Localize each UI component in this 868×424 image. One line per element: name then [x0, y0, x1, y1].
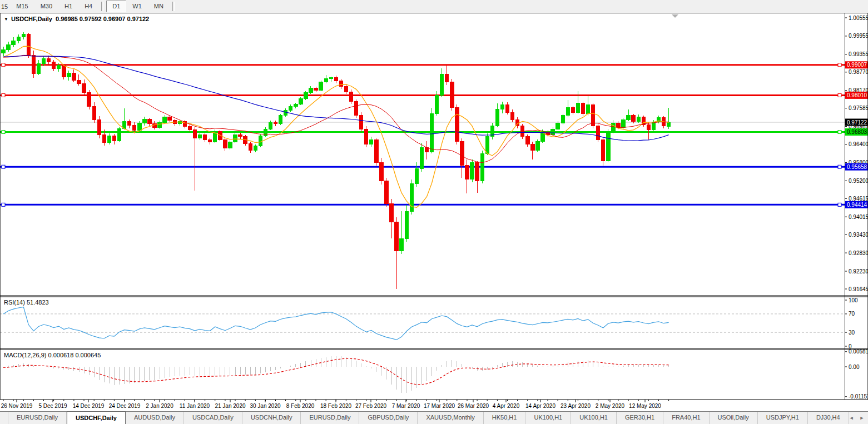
- hline-price-badge: 0.94414: [845, 201, 868, 208]
- chart-symbol-label: USDCHF,Daily: [11, 16, 52, 22]
- bottom-tab-usoil-daily[interactable]: USOil,Daily: [710, 412, 758, 424]
- tf-button-m30[interactable]: M30: [34, 1, 58, 12]
- svg-text:21 Jan 2020: 21 Jan 2020: [215, 403, 245, 409]
- macd-indicator-label: MACD(12,26,9) 0.000618 0.000645: [4, 352, 101, 358]
- bottom-tab-usdcnh-daily[interactable]: USDCNH,Daily: [242, 412, 301, 424]
- svg-text:14 Apr 2020: 14 Apr 2020: [525, 403, 555, 409]
- svg-text:0.98770: 0.98770: [849, 69, 868, 75]
- svg-text:8 Feb 2020: 8 Feb 2020: [286, 403, 315, 409]
- svg-text:0.95200: 0.95200: [849, 178, 868, 184]
- bottom-tab-audusd-daily[interactable]: AUDUSD,Daily: [126, 412, 184, 424]
- bottom-tab-uk100-h1[interactable]: UK100,H1: [525, 412, 571, 424]
- mt4-chart-window: 15 M15 M30 H1 H4 D1 W1 MN ▼USDCHF,Daily …: [0, 0, 868, 424]
- rsi-indicator-label: RSI(14) 51.4823: [4, 299, 49, 306]
- svg-text:12 May 2020: 12 May 2020: [629, 403, 661, 409]
- current-price-badge: 0.97122: [845, 119, 868, 126]
- toolbar-separator: [172, 2, 175, 11]
- bottom-tab-eurusd-daily[interactable]: EURUSD,Daily: [8, 412, 67, 424]
- svg-text:0.94414: 0.94414: [847, 202, 867, 208]
- svg-text:0.99007: 0.99007: [847, 62, 867, 68]
- tab-scroll-right-icon[interactable]: ►: [860, 415, 865, 421]
- tf-button-clipped[interactable]: 15: [0, 2, 10, 12]
- svg-text:1.00555: 1.00555: [849, 15, 868, 21]
- tf-button-h1[interactable]: H1: [58, 1, 78, 12]
- svg-text:100: 100: [849, 297, 858, 303]
- bottom-tab-usdchf-daily[interactable]: USDCHF,Daily: [67, 411, 126, 424]
- bottom-tab-hk50-h1[interactable]: HK50,H1: [484, 412, 526, 424]
- hline-price-badge: 0.95658: [845, 163, 868, 171]
- tf-button-h4[interactable]: H4: [78, 1, 98, 12]
- toolbar-separator: [101, 2, 103, 11]
- svg-text:5 Dec 2019: 5 Dec 2019: [38, 403, 67, 409]
- svg-text:0.96400: 0.96400: [849, 141, 868, 147]
- svg-text:11 Jan 2020: 11 Jan 2020: [180, 403, 210, 409]
- bottom-tab-xauusd-monthly[interactable]: XAUUSD,Monthly: [418, 412, 483, 424]
- bottom-tab-eurusd-daily[interactable]: EURUSD,Daily: [301, 412, 359, 424]
- hline-price-badge: 0.98010: [845, 92, 868, 99]
- svg-text:0.005818: 0.005818: [849, 348, 868, 355]
- svg-text:0.94615: 0.94615: [849, 196, 868, 202]
- svg-text:18 Feb 2020: 18 Feb 2020: [320, 403, 352, 409]
- hline-price-badge: 0.96803: [845, 128, 868, 136]
- bottom-tab-ger30-h1[interactable]: GER30,H1: [617, 412, 663, 424]
- tab-scroll-controls: ◄ ►: [849, 412, 868, 424]
- svg-text:30 Jan 2020: 30 Jan 2020: [250, 403, 280, 409]
- hline-price-badge: 0.99007: [845, 61, 868, 68]
- bottom-tab-fra40-h1[interactable]: FRA40,H1: [663, 412, 709, 424]
- svg-text:0.00: 0.00: [849, 364, 860, 370]
- bottom-tab-usdjpy-h1[interactable]: USDJPY,H1: [758, 412, 808, 424]
- svg-text:0.91645: 0.91645: [849, 286, 868, 292]
- tf-button-m15[interactable]: M15: [10, 1, 34, 12]
- svg-text:30: 30: [849, 330, 855, 336]
- svg-text:0.99955: 0.99955: [849, 33, 868, 39]
- svg-text:14 Dec 2019: 14 Dec 2019: [73, 403, 105, 409]
- svg-text:-0.011514: -0.011514: [849, 393, 868, 400]
- tab-scroll-left-icon[interactable]: ◄: [849, 415, 854, 421]
- svg-text:26 Mar 2020: 26 Mar 2020: [458, 403, 489, 409]
- bottom-tab-usdcad-daily[interactable]: USDCAD,Daily: [184, 412, 242, 424]
- svg-text:23 Apr 2020: 23 Apr 2020: [561, 403, 591, 409]
- svg-text:0.92230: 0.92230: [849, 268, 868, 275]
- svg-text:2 Jan 2020: 2 Jan 2020: [146, 403, 173, 409]
- chart-ohlc-values: 0.96985 0.97592 0.96907 0.97122: [56, 16, 149, 22]
- svg-text:0.98010: 0.98010: [847, 92, 867, 98]
- price-chart-canvas[interactable]: 100703000.0058180.00-0.0115141.005550.99…: [0, 13, 868, 411]
- symbol-dropdown-icon[interactable]: ▼: [4, 17, 8, 22]
- svg-text:0.95658: 0.95658: [847, 164, 867, 170]
- bottom-tab-dj30-h4[interactable]: DJ30,H4: [808, 412, 849, 424]
- chart-title: ▼USDCHF,Daily 0.96985 0.97592 0.96907 0.…: [4, 16, 149, 22]
- svg-text:0.94015: 0.94015: [849, 214, 868, 220]
- svg-text:0.97122: 0.97122: [847, 119, 867, 126]
- timeframe-toolbar: 15 M15 M30 H1 H4 D1 W1 MN: [0, 0, 868, 13]
- svg-text:7 Mar 2020: 7 Mar 2020: [392, 403, 420, 409]
- svg-text:0.99355: 0.99355: [849, 51, 868, 57]
- chart-tab-bar: EURUSD,DailyUSDCHF,DailyAUDUSD,DailyUSDC…: [0, 411, 868, 424]
- svg-text:0.96803: 0.96803: [847, 129, 867, 135]
- svg-text:0.93430: 0.93430: [849, 232, 868, 238]
- svg-text:0.92830: 0.92830: [849, 250, 868, 256]
- svg-text:4 Apr 2020: 4 Apr 2020: [493, 403, 520, 409]
- svg-text:27 Feb 2020: 27 Feb 2020: [355, 403, 387, 409]
- svg-text:17 Mar 2020: 17 Mar 2020: [424, 403, 455, 409]
- bottom-tab-gbpusd-daily[interactable]: GBPUSD,Daily: [359, 412, 418, 424]
- svg-text:0.97585: 0.97585: [849, 105, 868, 111]
- tf-button-w1[interactable]: W1: [126, 1, 148, 12]
- svg-text:24 Dec 2019: 24 Dec 2019: [109, 403, 141, 409]
- svg-text:2 May 2020: 2 May 2020: [596, 403, 625, 409]
- bottom-tab-uk100-h1[interactable]: UK100,H1: [571, 412, 617, 424]
- tf-button-mn[interactable]: MN: [148, 1, 170, 12]
- tf-button-d1[interactable]: D1: [106, 1, 126, 12]
- svg-text:70: 70: [849, 311, 855, 317]
- svg-text:26 Nov 2019: 26 Nov 2019: [1, 403, 33, 409]
